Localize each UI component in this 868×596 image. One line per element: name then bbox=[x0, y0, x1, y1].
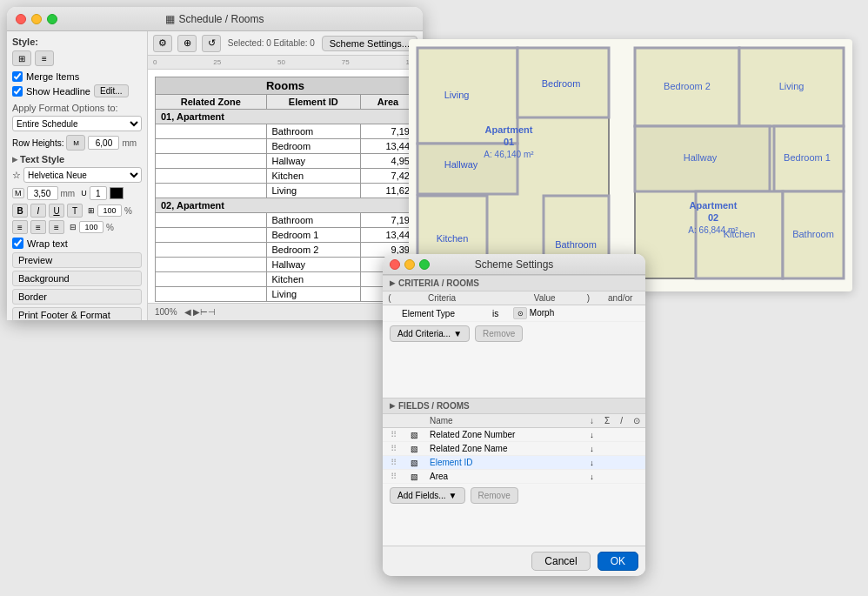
table-row: Bedroom 13,44 bbox=[156, 139, 416, 154]
size-unit: mm bbox=[61, 189, 76, 198]
toolbar: ⚙ ⊕ ↺ Selected: 0 Editable: 0 Scheme Set… bbox=[148, 31, 423, 56]
underline-input[interactable] bbox=[90, 186, 107, 200]
scale-input-2[interactable] bbox=[79, 221, 103, 233]
underline-u: U bbox=[81, 189, 87, 198]
rotate-icon-btn[interactable]: ↺ bbox=[202, 35, 221, 52]
show-headline-checkbox[interactable] bbox=[12, 86, 23, 97]
row-area: 13,44 bbox=[361, 228, 416, 243]
nav-arrows: ◀ ▶⊢⊣ bbox=[184, 307, 217, 317]
row-id: Bathroom bbox=[266, 213, 361, 228]
format-row: B I U T ⊞ % bbox=[12, 204, 142, 218]
scheme-zoom-button[interactable] bbox=[419, 259, 430, 270]
criteria-actions: Add Criteria... ▼ Remove bbox=[383, 322, 645, 345]
merge-items-checkbox[interactable] bbox=[12, 71, 23, 82]
border-section[interactable]: Border bbox=[12, 289, 142, 305]
text-button[interactable]: T bbox=[67, 204, 83, 218]
preview-section[interactable]: Preview bbox=[12, 252, 142, 268]
row-id: Bathroom bbox=[266, 124, 361, 139]
dropdown-arrow-icon: ▼ bbox=[453, 329, 462, 338]
star-icon: ☆ bbox=[12, 170, 21, 181]
field-name: Area bbox=[424, 470, 584, 484]
background-section[interactable]: Background bbox=[12, 271, 142, 286]
row-height-unit: mm bbox=[122, 138, 137, 148]
scheme-settings-title: Scheme Settings bbox=[475, 258, 554, 271]
fields-col-name: Name bbox=[424, 414, 584, 428]
row-area: 11,62 bbox=[361, 184, 416, 198]
scale-input-1[interactable] bbox=[97, 204, 122, 217]
wrap-text-checkbox[interactable] bbox=[12, 238, 23, 249]
add-criteria-button[interactable]: Add Criteria... ▼ bbox=[390, 325, 470, 342]
scheme-settings-button[interactable]: Scheme Settings... bbox=[322, 36, 417, 51]
edit-button[interactable]: Edit... bbox=[94, 84, 129, 97]
svg-text:A: 66,844 m²: A: 66,844 m² bbox=[688, 225, 738, 235]
row-id: Hallway bbox=[266, 154, 361, 169]
table-row: Kitchen 7,42 bbox=[156, 169, 416, 184]
scheme-traffic-lights bbox=[390, 259, 430, 270]
group-header-02: 02, Apartment bbox=[156, 198, 416, 213]
row-area: 7,19 bbox=[361, 124, 416, 139]
svg-text:Living: Living bbox=[779, 81, 805, 91]
traffic-lights bbox=[16, 14, 57, 24]
table-title: Rooms bbox=[156, 77, 416, 95]
criteria-value: ⊙ Morph bbox=[508, 305, 581, 322]
fields-col-drag bbox=[383, 414, 404, 428]
fields-section-label: FIELDS / ROOMS bbox=[398, 401, 470, 411]
settings-icon-btn[interactable]: ⚙ bbox=[153, 35, 172, 52]
zoom-level: 100% bbox=[155, 307, 177, 317]
svg-text:Bedroom 2: Bedroom 2 bbox=[664, 81, 711, 91]
main-window: ▦ Schedule / Rooms Style: ⊞ ≡ Merge Item… bbox=[7, 7, 423, 320]
add-criteria-label: Add Criteria... bbox=[397, 329, 451, 338]
schedule-select[interactable]: Entire Schedule bbox=[12, 116, 142, 131]
row-id: Bedroom bbox=[266, 139, 361, 154]
row-id: Bedroom 2 bbox=[266, 243, 361, 258]
remove-field-button[interactable]: Remove bbox=[471, 487, 518, 504]
wrap-text-row: Wrap text bbox=[12, 238, 142, 249]
text-style-header[interactable]: ▶ Text Style bbox=[12, 154, 142, 164]
add-fields-button[interactable]: Add Fields... ▼ bbox=[390, 487, 465, 504]
zoom-button[interactable] bbox=[47, 14, 57, 24]
table-row: Hallway 10,22 bbox=[156, 258, 416, 272]
remove-criteria-button[interactable]: Remove bbox=[475, 325, 523, 342]
size-input[interactable] bbox=[27, 186, 58, 200]
row-id: Kitchen bbox=[266, 272, 361, 287]
scheme-settings-footer: Cancel OK bbox=[383, 546, 645, 576]
field-icon: ▧ bbox=[404, 456, 424, 470]
align-btn-2[interactable]: ≡ bbox=[30, 220, 46, 234]
field-row: ⠿ ▧ Related Zone Number ↓ bbox=[383, 428, 645, 442]
color-swatch[interactable] bbox=[110, 187, 124, 199]
scheme-close-button[interactable] bbox=[390, 259, 400, 270]
close-button[interactable] bbox=[16, 14, 26, 24]
style-label: Style: bbox=[12, 37, 142, 47]
ruler-marks: 0 25 50 75 100 bbox=[150, 58, 421, 66]
main-titlebar: ▦ Schedule / Rooms bbox=[7, 7, 423, 31]
svg-text:Bedroom 1: Bedroom 1 bbox=[784, 152, 831, 163]
pct-label-2: % bbox=[106, 223, 114, 232]
scheme-minimize-button[interactable] bbox=[404, 259, 415, 270]
row-height-input[interactable]: 6,00 bbox=[88, 136, 119, 150]
underline-button[interactable]: U bbox=[49, 204, 64, 218]
drag-handle: ⠿ bbox=[383, 428, 404, 442]
table-wrapper: Rooms Related Zone Element ID Area 01, A… bbox=[148, 70, 423, 303]
font-select[interactable]: Helvetica Neue bbox=[23, 167, 142, 183]
italic-button[interactable]: I bbox=[30, 204, 46, 218]
list-style-btn[interactable]: ≡ bbox=[35, 50, 54, 66]
grid-style-btn[interactable]: ⊞ bbox=[12, 50, 31, 66]
bold-button[interactable]: B bbox=[12, 204, 28, 218]
criteria-is: is bbox=[487, 305, 508, 322]
align-btn-1[interactable]: ≡ bbox=[12, 220, 28, 234]
print-footer-section[interactable]: Print Footer & Format Change bbox=[12, 307, 142, 320]
ok-button[interactable]: OK bbox=[598, 552, 638, 571]
cancel-button[interactable]: Cancel bbox=[531, 552, 590, 571]
align-btn-3[interactable]: ≡ bbox=[49, 220, 64, 234]
criteria-col-close: ) bbox=[581, 291, 595, 305]
row-id: Bedroom 1 bbox=[266, 228, 361, 243]
move-icon-btn[interactable]: ⊕ bbox=[177, 35, 197, 52]
criteria-col-criteria: Criteria bbox=[397, 291, 487, 305]
table-row: Bathroom 7,19 bbox=[156, 124, 416, 139]
field-icon: ▧ bbox=[404, 470, 424, 484]
criteria-row: Element Type is ⊙ Morph bbox=[383, 305, 645, 322]
minimize-button[interactable] bbox=[31, 14, 42, 24]
fields-table: Name ↓ Σ / ⊙ ⠿ ▧ Related Zone Number ↓ bbox=[383, 414, 645, 484]
field-name: Related Zone Name bbox=[424, 442, 584, 456]
row-area: 13,44 bbox=[361, 139, 416, 154]
